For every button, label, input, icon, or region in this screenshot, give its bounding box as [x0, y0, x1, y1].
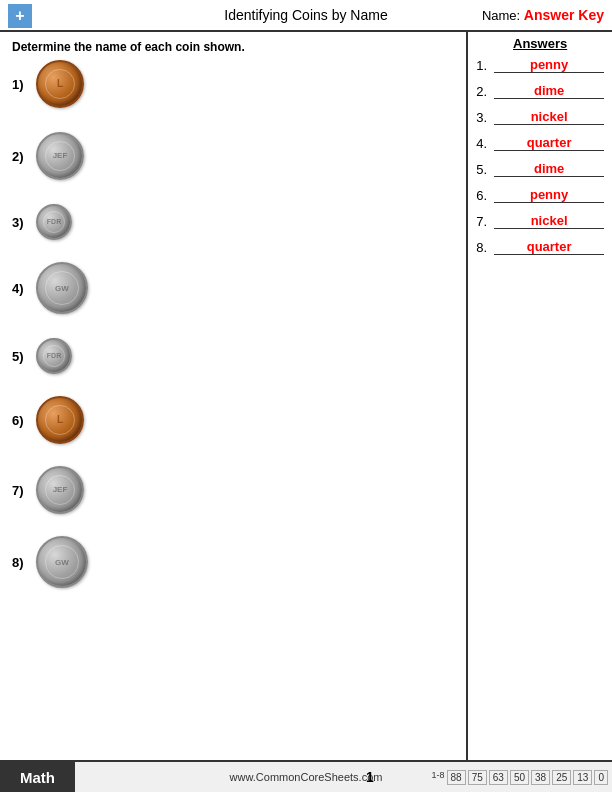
answer-value-7: nickel: [494, 213, 604, 229]
left-section: Determine the name of each coin shown. 1…: [0, 32, 467, 760]
answer-num-6: 6.: [476, 188, 494, 203]
question-number-6: 6): [12, 413, 36, 428]
coin-face-8: GW: [55, 558, 69, 567]
instructions-text: Determine the name of each coin shown.: [12, 40, 454, 54]
stat-50: 50: [510, 770, 529, 785]
stat-88: 88: [447, 770, 466, 785]
question-number-1: 1): [12, 77, 36, 92]
answer-row-5: 5. dime: [476, 161, 604, 177]
coin-face-4: GW: [55, 284, 69, 293]
name-label: Name: Answer Key: [482, 7, 604, 23]
coin-5: FDR: [36, 338, 72, 374]
answer-row-4: 4. quarter: [476, 135, 604, 151]
answer-num-1: 1.: [476, 58, 494, 73]
answer-row-6: 6. penny: [476, 187, 604, 203]
coin-face-6: L: [57, 414, 63, 425]
answer-num-3: 3.: [476, 110, 494, 125]
answer-row-3: 3. nickel: [476, 109, 604, 125]
answers-title: Answers: [476, 36, 604, 51]
question-number-3: 3): [12, 215, 36, 230]
answer-num-4: 4.: [476, 136, 494, 151]
question-number-2: 2): [12, 149, 36, 164]
coin-4: GW: [36, 262, 88, 314]
question-row-3: 3) FDR: [12, 204, 454, 240]
question-row-2: 2) JEF: [12, 132, 454, 180]
stat-25: 25: [552, 770, 571, 785]
stat-13: 13: [573, 770, 592, 785]
coin-face-7: JEF: [53, 486, 68, 495]
stat-63: 63: [489, 770, 508, 785]
question-number-7: 7): [12, 483, 36, 498]
footer-stats: 1-8 88 75 63 50 38 25 13 0: [432, 770, 608, 785]
coin-face-3: FDR: [47, 218, 61, 225]
question-row-8: 8) GW: [12, 536, 454, 588]
coin-7: JEF: [36, 466, 84, 514]
answer-value-1: penny: [494, 57, 604, 73]
answer-value-2: dime: [494, 83, 604, 99]
coin-face-5: FDR: [47, 352, 61, 359]
answer-row-2: 2. dime: [476, 83, 604, 99]
question-row-5: 5) FDR: [12, 338, 454, 374]
math-label: Math: [0, 762, 75, 792]
answer-row-8: 8. quarter: [476, 239, 604, 255]
answer-num-7: 7.: [476, 214, 494, 229]
page-footer: Math www.CommonCoreSheets.com 1 1-8 88 7…: [0, 760, 612, 792]
logo-icon: +: [8, 4, 32, 28]
page-title: Identifying Coins by Name: [224, 7, 387, 23]
question-row-4: 4) GW: [12, 262, 454, 314]
answer-num-5: 5.: [476, 162, 494, 177]
coin-1: L: [36, 60, 84, 108]
footer-url: www.CommonCoreSheets.com: [230, 771, 383, 783]
coin-2: JEF: [36, 132, 84, 180]
answers-section: Answers 1. penny 2. dime 3. nickel 4. qu…: [468, 32, 612, 760]
page-header: + Identifying Coins by Name Name: Answer…: [0, 0, 612, 32]
stat-0: 0: [594, 770, 608, 785]
answer-value-3: nickel: [494, 109, 604, 125]
page-number: 1: [366, 769, 374, 785]
question-row-1: 1) L: [12, 60, 454, 108]
coin-3: FDR: [36, 204, 72, 240]
answer-value-4: quarter: [494, 135, 604, 151]
question-row-6: 6) L: [12, 396, 454, 444]
question-row-7: 7) JEF: [12, 466, 454, 514]
question-number-5: 5): [12, 349, 36, 364]
question-number-8: 8): [12, 555, 36, 570]
stat-38: 38: [531, 770, 550, 785]
coin-8: GW: [36, 536, 88, 588]
coin-face-1: L: [57, 78, 63, 89]
answer-value-5: dime: [494, 161, 604, 177]
answer-num-8: 8.: [476, 240, 494, 255]
answer-row-7: 7. nickel: [476, 213, 604, 229]
stat-75: 75: [468, 770, 487, 785]
main-content: Determine the name of each coin shown. 1…: [0, 32, 612, 760]
coin-face-2: JEF: [53, 152, 68, 161]
answer-key-label: Answer Key: [524, 7, 604, 23]
question-number-4: 4): [12, 281, 36, 296]
answer-value-8: quarter: [494, 239, 604, 255]
answer-row-1: 1. penny: [476, 57, 604, 73]
coin-6: L: [36, 396, 84, 444]
answer-value-6: penny: [494, 187, 604, 203]
stats-range-label: 1-8: [432, 770, 445, 785]
answer-num-2: 2.: [476, 84, 494, 99]
